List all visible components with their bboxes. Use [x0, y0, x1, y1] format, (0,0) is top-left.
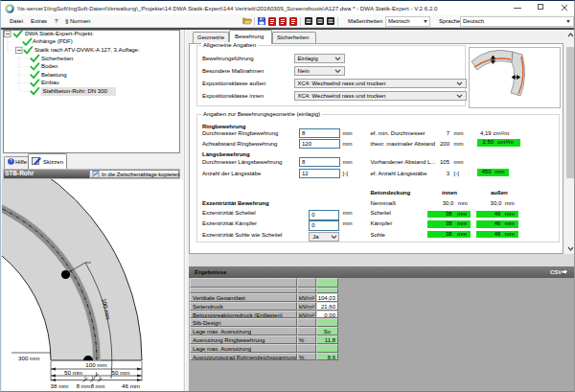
svg-text:38 mm: 38 mm [51, 382, 69, 389]
svg-text:46 mm: 46 mm [122, 382, 140, 389]
svg-text:50 mm: 50 mm [64, 369, 82, 376]
svg-text:CSV: CSV [550, 269, 562, 275]
svg-text:100 mm: 100 mm [85, 361, 106, 368]
svg-text:8 mm: 8 mm [91, 383, 105, 389]
svg-text:300 mm: 300 mm [18, 355, 39, 361]
svg-text:8 mm: 8 mm [77, 383, 91, 389]
svg-text:?: ? [10, 158, 12, 164]
svg-text:50 mm: 50 mm [112, 369, 130, 376]
